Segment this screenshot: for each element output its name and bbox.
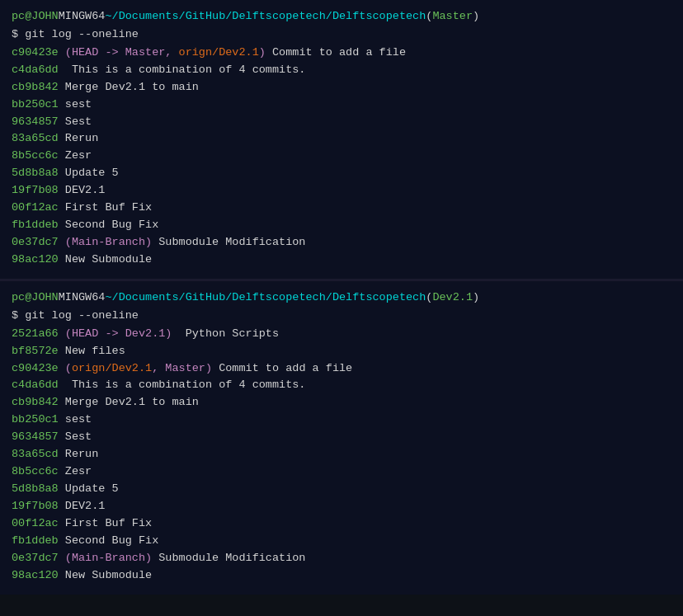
commit-hash: 98ac120 <box>12 567 59 585</box>
commit-hash: bb250c1 <box>12 96 59 114</box>
log-line: 2521a66 (HEAD -> Dev2.1) Python Scripts <box>12 326 671 343</box>
commit-message: This is a combination of 4 commits. <box>59 62 306 79</box>
commit-hash: fb1ddeb <box>12 533 59 550</box>
commit-refs: (orign/Dev2.1, Master) <box>59 360 212 378</box>
log-line: fb1ddeb Second Bug Fix <box>12 533 671 550</box>
terminal-section-1: pc@JOHN MINGW64 ~/Documents/GitHub/Delft… <box>0 281 683 595</box>
commit-message: Commit to add a file <box>266 45 406 62</box>
log-line: fb1ddeb Second Bug Fix <box>12 217 671 234</box>
commit-message: Rerun <box>59 446 99 463</box>
commit-hash: 8b5cc6c <box>12 148 59 165</box>
commit-hash: c90423e <box>12 45 59 62</box>
commit-hash: fb1ddeb <box>12 217 59 234</box>
log-line: 83a65cd Rerun <box>12 446 671 463</box>
log-line: 9634857 Sest <box>12 114 671 131</box>
branch-paren-open: ( <box>426 8 432 26</box>
user-host: pc@JOHN <box>12 289 59 307</box>
app-container: pc@JOHN MINGW64 ~/Documents/GitHub/Delft… <box>0 0 683 595</box>
commit-message: Merge Dev2.1 to main <box>59 394 199 411</box>
log-line: cb9b842 Merge Dev2.1 to main <box>12 394 671 411</box>
log-line: bf8572e New files <box>12 343 671 360</box>
commit-hash: bf8572e <box>12 343 59 360</box>
commit-hash: cb9b842 <box>12 394 59 411</box>
commit-hash: 0e37dc7 <box>12 550 59 567</box>
log-line: 8b5cc6c Zesr <box>12 148 671 165</box>
commit-hash: 5d8b8a8 <box>12 165 59 182</box>
commit-message: Sest <box>59 429 92 446</box>
shell-name: MINGW64 <box>59 8 106 26</box>
command-line: $ git log --oneline <box>12 26 671 44</box>
shell-name: MINGW64 <box>59 289 106 307</box>
prompt-line: pc@JOHN MINGW64 ~/Documents/GitHub/Delft… <box>12 289 671 307</box>
commit-message: Zesr <box>59 148 92 165</box>
commit-message: First Buf Fix <box>59 515 152 533</box>
log-line: 0e37dc7 (Main-Branch) Submodule Modifica… <box>12 550 671 567</box>
commit-refs: (Main-Branch) <box>59 234 152 252</box>
commit-hash: bb250c1 <box>12 411 59 429</box>
commit-hash: 5d8b8a8 <box>12 481 59 498</box>
working-path: ~/Documents/GitHub/Delftscopetech/Delfts… <box>105 8 426 26</box>
log-line: 0e37dc7 (Main-Branch) Submodule Modifica… <box>12 234 671 252</box>
commit-hash: 83a65cd <box>12 130 59 148</box>
log-line: 8b5cc6c Zesr <box>12 463 671 481</box>
commit-message: DEV2.1 <box>59 182 106 200</box>
commit-message: New Submodule <box>59 567 152 585</box>
branch-name: Dev2.1 <box>432 289 473 307</box>
commit-message: sest <box>59 96 92 114</box>
commit-refs: (HEAD -> Master, orign/Dev2.1) <box>59 45 266 62</box>
commit-refs: (HEAD -> Dev2.1) <box>59 326 172 343</box>
working-path: ~/Documents/GitHub/Delftscopetech/Delfts… <box>105 289 426 307</box>
log-line: 19f7b08 DEV2.1 <box>12 182 671 200</box>
commit-message: This is a combination of 4 commits. <box>59 377 306 394</box>
commit-hash: 83a65cd <box>12 446 59 463</box>
log-line: c4da6dd This is a combination of 4 commi… <box>12 62 671 79</box>
commit-message: Commit to add a file <box>212 360 352 378</box>
branch-name: Master <box>432 8 473 26</box>
commit-message: Zesr <box>59 463 92 481</box>
commit-message: Submodule Modification <box>152 550 305 567</box>
branch-paren-close: ) <box>473 8 479 26</box>
user-host: pc@JOHN <box>12 8 59 26</box>
commit-message: Rerun <box>59 130 99 148</box>
log-line: 98ac120 New Submodule <box>12 567 671 585</box>
log-line: 5d8b8a8 Update 5 <box>12 481 671 498</box>
log-line: c4da6dd This is a combination of 4 commi… <box>12 377 671 394</box>
commit-hash: 9634857 <box>12 429 59 446</box>
log-line: 00f12ac First Buf Fix <box>12 515 671 533</box>
log-line: bb250c1 sest <box>12 96 671 114</box>
log-line: 5d8b8a8 Update 5 <box>12 165 671 182</box>
commit-hash: 9634857 <box>12 114 59 131</box>
commit-message: Update 5 <box>59 481 119 498</box>
commit-message: First Buf Fix <box>59 200 152 217</box>
commit-hash: 19f7b08 <box>12 498 59 515</box>
commit-refs: (Main-Branch) <box>59 550 152 567</box>
log-line: c90423e (orign/Dev2.1, Master) Commit to… <box>12 360 671 378</box>
commit-message: Second Bug Fix <box>59 217 159 234</box>
prompt-line: pc@JOHN MINGW64 ~/Documents/GitHub/Delft… <box>12 8 671 26</box>
commit-hash: 0e37dc7 <box>12 234 59 252</box>
branch-paren-open: ( <box>426 289 432 307</box>
log-line: 00f12ac First Buf Fix <box>12 200 671 217</box>
branch-paren-close: ) <box>473 289 479 307</box>
commit-message: Python Scripts <box>172 326 279 343</box>
commit-message: New Submodule <box>59 252 152 269</box>
commit-hash: 98ac120 <box>12 252 59 269</box>
commit-hash: c4da6dd <box>12 62 59 79</box>
commit-hash: 00f12ac <box>12 515 59 533</box>
commit-message: sest <box>59 411 92 429</box>
commit-message: Submodule Modification <box>152 234 305 252</box>
command-line: $ git log --oneline <box>12 308 671 325</box>
commit-hash: c4da6dd <box>12 377 59 394</box>
commit-message: Second Bug Fix <box>59 533 159 550</box>
log-line: 19f7b08 DEV2.1 <box>12 498 671 515</box>
commit-hash: 19f7b08 <box>12 182 59 200</box>
log-line: 9634857 Sest <box>12 429 671 446</box>
commit-hash: cb9b842 <box>12 79 59 96</box>
commit-message: Merge Dev2.1 to main <box>59 79 199 96</box>
log-line: 98ac120 New Submodule <box>12 252 671 269</box>
commit-hash: 8b5cc6c <box>12 463 59 481</box>
commit-message: DEV2.1 <box>59 498 106 515</box>
log-line: bb250c1 sest <box>12 411 671 429</box>
commit-message: Sest <box>59 114 92 131</box>
commit-hash: 00f12ac <box>12 200 59 217</box>
